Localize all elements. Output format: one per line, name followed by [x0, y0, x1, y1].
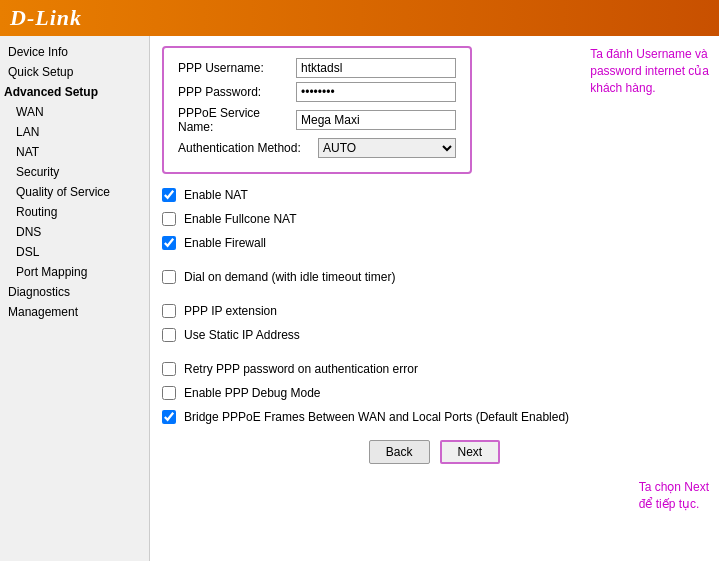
button-row: Back Next	[162, 440, 707, 464]
ppp-username-label: PPP Username:	[178, 61, 296, 75]
sidebar-item-security[interactable]: Security	[0, 162, 149, 182]
check-row-static-ip: Use Static IP Address	[162, 328, 707, 342]
dial-on-demand-checkbox[interactable]	[162, 270, 176, 284]
dlink-logo: D-Link	[10, 5, 82, 31]
hint1-line1: Ta đánh Username và	[590, 47, 707, 61]
bridge-pppoe-label: Bridge PPPoE Frames Between WAN and Loca…	[184, 410, 569, 424]
check-row-bridge-pppoe: Bridge PPPoE Frames Between WAN and Loca…	[162, 410, 707, 424]
sidebar-item-diagnostics[interactable]: Diagnostics	[0, 282, 149, 302]
sidebar-item-quick-setup[interactable]: Quick Setup	[0, 62, 149, 82]
sidebar-item-dns[interactable]: DNS	[0, 222, 149, 242]
sidebar: Device Info Quick Setup Advanced Setup W…	[0, 36, 150, 561]
ppp-password-label: PPP Password:	[178, 85, 296, 99]
sidebar-item-port-mapping[interactable]: Port Mapping	[0, 262, 149, 282]
back-button[interactable]: Back	[369, 440, 430, 464]
ppp-username-input[interactable]	[296, 58, 456, 78]
pppoe-service-row: PPPoE Service Name:	[178, 106, 456, 134]
check-row-ppp-ip: PPP IP extension	[162, 304, 707, 318]
enable-firewall-label: Enable Firewall	[184, 236, 266, 250]
retry-ppp-label: Retry PPP password on authentication err…	[184, 362, 418, 376]
sidebar-item-lan[interactable]: LAN	[0, 122, 149, 142]
sidebar-item-routing[interactable]: Routing	[0, 202, 149, 222]
use-static-ip-label: Use Static IP Address	[184, 328, 300, 342]
enable-ppp-debug-checkbox[interactable]	[162, 386, 176, 400]
hint-box-2: Ta chọn Next để tiếp tục.	[639, 479, 709, 513]
ppp-username-row: PPP Username:	[178, 58, 456, 78]
check-row-firewall: Enable Firewall	[162, 236, 707, 250]
ppp-form-box: PPP Username: PPP Password: PPPoE Servic…	[162, 46, 472, 174]
main-layout: Device Info Quick Setup Advanced Setup W…	[0, 36, 719, 561]
pppoe-service-input[interactable]	[296, 110, 456, 130]
check-row-enable-nat: Enable NAT	[162, 188, 707, 202]
ppp-password-input[interactable]	[296, 82, 456, 102]
hint2-line2: để tiếp tục.	[639, 497, 700, 511]
enable-firewall-checkbox[interactable]	[162, 236, 176, 250]
hint1-line2: password internet của	[590, 64, 709, 78]
enable-ppp-debug-label: Enable PPP Debug Mode	[184, 386, 321, 400]
sidebar-item-management[interactable]: Management	[0, 302, 149, 322]
check-row-dial-on-demand: Dial on demand (with idle timeout timer)	[162, 270, 707, 284]
content-area: Ta đánh Username và password internet củ…	[150, 36, 719, 561]
retry-ppp-checkbox[interactable]	[162, 362, 176, 376]
next-button[interactable]: Next	[440, 440, 501, 464]
ppp-ip-extension-checkbox[interactable]	[162, 304, 176, 318]
ppp-password-row: PPP Password:	[178, 82, 456, 102]
auth-method-row: Authentication Method: AUTO PAP CHAP	[178, 138, 456, 158]
enable-fullcone-nat-label: Enable Fullcone NAT	[184, 212, 297, 226]
sidebar-item-nat[interactable]: NAT	[0, 142, 149, 162]
sidebar-item-wan[interactable]: WAN	[0, 102, 149, 122]
use-static-ip-checkbox[interactable]	[162, 328, 176, 342]
enable-nat-checkbox[interactable]	[162, 188, 176, 202]
check-row-retry-ppp: Retry PPP password on authentication err…	[162, 362, 707, 376]
sidebar-item-qos[interactable]: Quality of Service	[0, 182, 149, 202]
sidebar-item-device-info[interactable]: Device Info	[0, 42, 149, 62]
dial-on-demand-label: Dial on demand (with idle timeout timer)	[184, 270, 395, 284]
hint2-line1: Ta chọn Next	[639, 480, 709, 494]
ppp-ip-extension-label: PPP IP extension	[184, 304, 277, 318]
enable-nat-label: Enable NAT	[184, 188, 248, 202]
sidebar-section-advanced-setup[interactable]: Advanced Setup	[0, 82, 149, 102]
sidebar-item-dsl[interactable]: DSL	[0, 242, 149, 262]
check-row-ppp-debug: Enable PPP Debug Mode	[162, 386, 707, 400]
header: D-Link	[0, 0, 719, 36]
auth-method-label: Authentication Method:	[178, 141, 318, 155]
hint-box-1: Ta đánh Username và password internet củ…	[590, 46, 709, 96]
auth-method-select[interactable]: AUTO PAP CHAP	[318, 138, 456, 158]
pppoe-service-label: PPPoE Service Name:	[178, 106, 296, 134]
bridge-pppoe-checkbox[interactable]	[162, 410, 176, 424]
hint1-line3: khách hàng.	[590, 81, 655, 95]
check-row-fullcone-nat: Enable Fullcone NAT	[162, 212, 707, 226]
enable-fullcone-nat-checkbox[interactable]	[162, 212, 176, 226]
